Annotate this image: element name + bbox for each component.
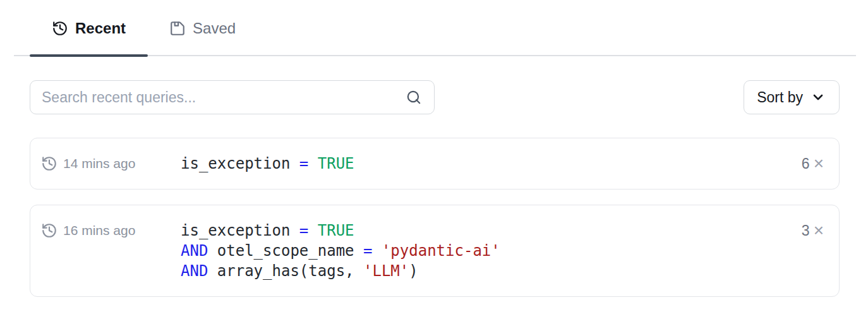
sort-by-label: Sort by — [757, 89, 803, 106]
tab-saved[interactable]: Saved — [155, 0, 250, 57]
history-icon — [41, 155, 57, 172]
search-box — [30, 80, 435, 114]
query-meta: 16 mins ago — [41, 220, 181, 241]
tab-saved-label: Saved — [193, 20, 236, 37]
query-row[interactable]: 14 mins ago is_exception = TRUE 6 × — [30, 138, 840, 190]
times-icon: × — [814, 222, 824, 239]
sort-by-button[interactable]: Sort by — [744, 80, 840, 114]
query-timestamp: 16 mins ago — [63, 223, 135, 238]
query-code: is_exception = TRUEAND otel_scope_name =… — [181, 220, 500, 281]
tab-recent[interactable]: Recent — [30, 0, 148, 57]
query-run-count-group: 6 × — [794, 153, 824, 174]
query-row[interactable]: 16 mins ago is_exception = TRUEAND otel_… — [30, 205, 840, 297]
query-run-count: 6 — [802, 155, 810, 172]
query-run-count-group: 3 × — [794, 220, 824, 241]
query-meta: 14 mins ago — [41, 153, 181, 174]
history-icon — [52, 20, 68, 37]
query-code: is_exception = TRUE — [181, 153, 354, 174]
query-run-count: 3 — [802, 222, 810, 239]
tab-bar: Recent Saved — [0, 0, 868, 57]
query-timestamp: 14 mins ago — [63, 156, 135, 171]
tab-recent-label: Recent — [75, 20, 126, 37]
search-input[interactable] — [30, 80, 435, 114]
recent-queries-panel: Recent Saved Sort by — [0, 0, 868, 331]
controls-row: Sort by — [30, 80, 840, 114]
save-icon — [169, 20, 186, 37]
query-list: 14 mins ago is_exception = TRUE 6 × 16 m… — [30, 138, 840, 297]
chevron-down-icon — [811, 90, 826, 105]
history-icon — [41, 222, 57, 239]
times-icon: × — [814, 155, 824, 172]
